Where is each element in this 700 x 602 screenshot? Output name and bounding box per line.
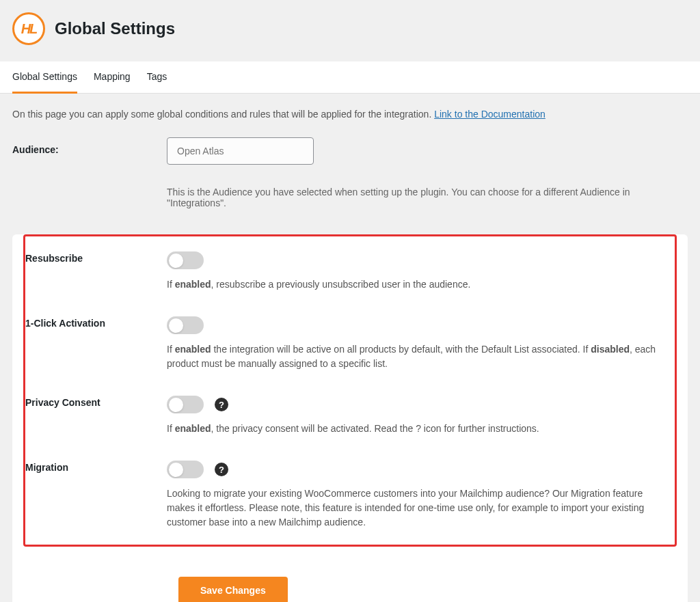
migration-label: Migration [25,461,167,530]
resubscribe-label: Resubscribe [25,251,167,292]
audience-select[interactable] [167,137,314,165]
one-click-activation-toggle[interactable] [167,316,204,334]
audience-row: Audience: [0,131,700,172]
migration-help-icon[interactable]: ? [215,463,228,476]
audience-help-text: This is the Audience you have selected w… [0,172,700,223]
migration-row: Migration ? Looking to migrate your exis… [25,448,675,545]
one-click-activation-row: 1-Click Activation If enabled the integr… [25,304,675,383]
highlighted-settings-box: Resubscribe If enabled, resubscribe a pr… [23,234,677,547]
intro-description: On this page you can apply some global c… [12,109,434,120]
documentation-link[interactable]: Link to the Documentation [434,109,546,120]
privacy-consent-label: Privacy Consent [25,396,167,436]
resubscribe-row: Resubscribe If enabled, resubscribe a pr… [25,236,675,304]
resubscribe-description: If enabled, resubscribe a previously uns… [167,277,662,292]
audience-label: Audience: [12,137,167,165]
migration-description: Looking to migrate your existing WooComm… [167,487,662,530]
intro-text: On this page you can apply some global c… [0,94,700,131]
one-click-activation-label: 1-Click Activation [25,316,167,371]
brand-logo: HL [12,12,45,45]
save-changes-button[interactable]: Save Changes [178,577,288,602]
page-title: Global Settings [55,19,175,38]
page-header: HL Global Settings [0,0,700,61]
resubscribe-toggle[interactable] [167,251,204,269]
save-row: Save Changes [12,558,688,602]
privacy-consent-toggle[interactable] [167,396,204,413]
privacy-consent-description: If enabled, the privacy consent will be … [167,422,662,436]
privacy-consent-help-icon[interactable]: ? [215,398,228,411]
privacy-consent-row: Privacy Consent ? If enabled, the privac… [25,383,675,448]
one-click-activation-description: If enabled the integration will be activ… [167,342,662,371]
migration-toggle[interactable] [167,461,204,478]
tab-tags[interactable]: Tags [147,61,167,93]
tabs-nav: Global Settings Mapping Tags [0,61,700,94]
settings-panel: Resubscribe If enabled, resubscribe a pr… [12,234,688,602]
tab-global-settings[interactable]: Global Settings [12,61,77,94]
tab-mapping[interactable]: Mapping [94,61,131,93]
